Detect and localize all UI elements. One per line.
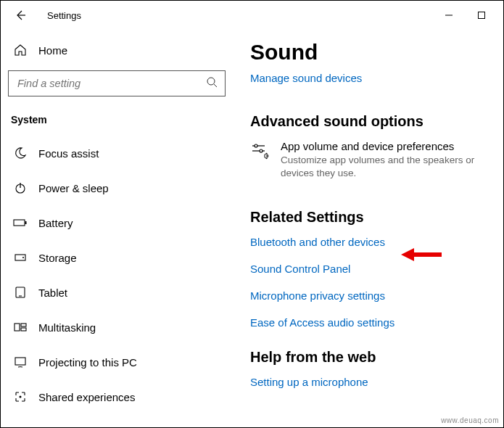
- svg-rect-13: [15, 324, 20, 331]
- back-button[interactable]: [7, 2, 33, 28]
- sidebar-item-label: Shared experiences: [38, 391, 135, 403]
- svg-rect-16: [15, 358, 25, 365]
- tablet-icon: [12, 286, 28, 299]
- svg-point-21: [260, 149, 263, 152]
- sidebar-item-label: Projecting to this PC: [38, 356, 137, 369]
- multitasking-icon: [12, 321, 28, 334]
- svg-point-3: [207, 78, 215, 85]
- related-heading: Related Settings: [250, 209, 486, 226]
- svg-point-10: [22, 257, 24, 258]
- moon-icon: [12, 147, 28, 160]
- svg-rect-2: [478, 12, 484, 19]
- sidebar-home-label: Home: [38, 44, 67, 57]
- sidebar-item-focus-assist[interactable]: Focus assist: [8, 136, 226, 170]
- search-input[interactable]: [17, 78, 206, 89]
- advanced-heading: Advanced sound options: [250, 113, 486, 130]
- sliders-icon: [250, 140, 270, 180]
- sidebar-item-label: Power & sleep: [38, 182, 109, 194]
- window-title: Settings: [47, 10, 81, 21]
- sidebar: Home System Focus assist Power & sleep: [1, 30, 233, 427]
- sidebar-item-multitasking[interactable]: Multitasking: [8, 310, 226, 345]
- related-link-bluetooth[interactable]: Bluetooth and other devices: [250, 236, 486, 248]
- projecting-icon: [12, 355, 28, 369]
- sidebar-item-label: Storage: [38, 252, 77, 264]
- sidebar-item-power-sleep[interactable]: Power & sleep: [8, 170, 226, 205]
- sidebar-item-label: Tablet: [38, 287, 67, 299]
- svg-point-19: [255, 144, 257, 147]
- svg-rect-7: [14, 220, 25, 226]
- page-heading: Sound: [250, 40, 486, 65]
- shared-icon: [12, 390, 28, 403]
- svg-rect-8: [25, 221, 27, 224]
- svg-line-4: [214, 84, 217, 87]
- minimize-icon: [445, 11, 453, 20]
- manage-sound-devices-link[interactable]: Manage sound devices: [250, 72, 486, 84]
- power-icon: [12, 181, 28, 194]
- svg-rect-15: [21, 328, 26, 331]
- sidebar-item-tablet[interactable]: Tablet: [8, 275, 226, 310]
- app-volume-row[interactable]: App volume and device preferences Custom…: [250, 140, 486, 180]
- sidebar-item-label: Focus assist: [38, 147, 99, 160]
- sidebar-category: System: [8, 110, 226, 136]
- maximize-button[interactable]: [465, 4, 497, 26]
- svg-point-17: [20, 396, 22, 398]
- sidebar-item-storage[interactable]: Storage: [8, 240, 226, 275]
- search-icon: [206, 76, 218, 91]
- sidebar-item-label: Multitasking: [38, 321, 96, 334]
- main-content: Sound Manage sound devices Advanced soun…: [233, 30, 503, 427]
- back-arrow-icon: [13, 9, 26, 22]
- watermark: www.deuaq.com: [441, 416, 499, 424]
- sidebar-item-label: Battery: [38, 217, 73, 229]
- related-link-ease-of-access[interactable]: Ease of Access audio settings: [250, 316, 486, 329]
- storage-icon: [12, 251, 28, 264]
- svg-rect-14: [21, 324, 26, 326]
- related-link-sound-control-panel[interactable]: Sound Control Panel: [250, 263, 486, 275]
- sidebar-home[interactable]: Home: [8, 36, 226, 65]
- search-box[interactable]: [8, 70, 226, 96]
- sidebar-item-battery[interactable]: Battery: [8, 205, 226, 240]
- sidebar-item-shared-experiences[interactable]: Shared experiences: [8, 379, 226, 414]
- maximize-icon: [477, 11, 486, 20]
- adv-option-desc: Customize app volumes and the speakers o…: [281, 154, 486, 180]
- home-icon: [12, 44, 28, 57]
- help-link-mic-setup[interactable]: Setting up a microphone: [250, 376, 486, 388]
- minimize-button[interactable]: [432, 4, 465, 26]
- battery-icon: [12, 216, 28, 229]
- related-link-mic-privacy[interactable]: Microphone privacy settings: [250, 289, 486, 302]
- sidebar-item-projecting[interactable]: Projecting to this PC: [8, 345, 226, 379]
- help-heading: Help from the web: [250, 349, 486, 366]
- adv-option-title: App volume and device preferences: [281, 140, 486, 152]
